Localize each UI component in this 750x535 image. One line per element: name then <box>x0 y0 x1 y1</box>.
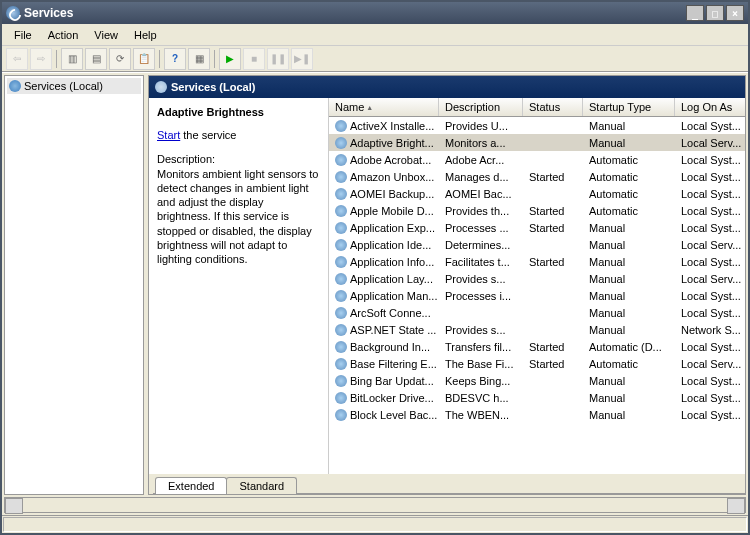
cell-startup: Manual <box>583 119 675 133</box>
service-icon <box>335 273 347 285</box>
cell-startup: Manual <box>583 306 675 320</box>
cell-startup: Manual <box>583 136 675 150</box>
cell-name: ASP.NET State ... <box>329 323 439 337</box>
cell-status <box>523 278 583 280</box>
table-row[interactable]: Background In...Transfers fil...StartedA… <box>329 338 745 355</box>
table-row[interactable]: Adobe Acrobat...Adobe Acr...AutomaticLoc… <box>329 151 745 168</box>
status-bar <box>2 515 748 533</box>
table-row[interactable]: Base Filtering E...The Base Fi...Started… <box>329 355 745 372</box>
cell-logon: Local Syst... <box>675 289 745 303</box>
cell-description: Manages d... <box>439 170 523 184</box>
cell-name: Apple Mobile D... <box>329 204 439 218</box>
cell-description <box>439 312 523 314</box>
service-icon <box>335 375 347 387</box>
menu-action[interactable]: Action <box>40 26 87 44</box>
menu-bar: File Action View Help <box>2 24 748 46</box>
menu-file[interactable]: File <box>6 26 40 44</box>
col-startup-type[interactable]: Startup Type <box>583 98 675 116</box>
table-row[interactable]: Amazon Unbox...Manages d...StartedAutoma… <box>329 168 745 185</box>
table-row[interactable]: Application Info...Facilitates t...Start… <box>329 253 745 270</box>
service-icon <box>335 222 347 234</box>
cell-logon: Local Serv... <box>675 272 745 286</box>
service-icon <box>335 188 347 200</box>
service-icon <box>335 341 347 353</box>
table-row[interactable]: Adaptive Bright...Monitors a...ManualLoc… <box>329 134 745 151</box>
cell-name: Bing Bar Updat... <box>329 374 439 388</box>
selected-service-name: Adaptive Brightness <box>157 106 320 118</box>
cell-startup: Automatic (D... <box>583 340 675 354</box>
tab-extended[interactable]: Extended <box>155 477 227 494</box>
table-row[interactable]: Application Ide...Determines...ManualLoc… <box>329 236 745 253</box>
table-row[interactable]: ActiveX Installe...Provides U...ManualLo… <box>329 117 745 134</box>
table-row[interactable]: Bing Bar Updat...Keeps Bing...ManualLoca… <box>329 372 745 389</box>
cell-logon: Local Syst... <box>675 374 745 388</box>
show-hide-button[interactable]: ▥ <box>61 48 83 70</box>
sort-asc-icon: ▲ <box>366 104 373 111</box>
tree-panel[interactable]: Services (Local) <box>4 75 144 495</box>
service-icon <box>335 307 347 319</box>
separator <box>56 50 57 68</box>
tab-standard[interactable]: Standard <box>226 477 297 494</box>
refresh-button[interactable]: ⟳ <box>109 48 131 70</box>
cell-name: Application Lay... <box>329 272 439 286</box>
back-button[interactable]: ⇦ <box>6 48 28 70</box>
export-button[interactable]: 📋 <box>133 48 155 70</box>
services-list: Name▲ Description Status Startup Type Lo… <box>329 98 745 474</box>
cell-status: Started <box>523 340 583 354</box>
cell-startup: Automatic <box>583 170 675 184</box>
cell-name: Adobe Acrobat... <box>329 153 439 167</box>
menu-help[interactable]: Help <box>126 26 165 44</box>
minimize-button[interactable]: _ <box>686 5 704 21</box>
maximize-button[interactable]: □ <box>706 5 724 21</box>
cell-logon: Local Syst... <box>675 408 745 422</box>
cell-logon: Local Syst... <box>675 170 745 184</box>
table-row[interactable]: Application Lay...Provides s...ManualLoc… <box>329 270 745 287</box>
list-body[interactable]: ActiveX Installe...Provides U...ManualLo… <box>329 117 745 474</box>
tree-root-item[interactable]: Services (Local) <box>7 78 141 94</box>
cell-startup: Manual <box>583 374 675 388</box>
start-service-link[interactable]: Start <box>157 129 180 141</box>
table-row[interactable]: Block Level Bac...The WBEN...ManualLocal… <box>329 406 745 423</box>
tree-root-label: Services (Local) <box>24 80 103 92</box>
service-icon <box>335 205 347 217</box>
cell-name: ArcSoft Conne... <box>329 306 439 320</box>
detail-pane: Adaptive Brightness Start the service De… <box>149 98 329 474</box>
table-row[interactable]: AOMEI Backup...AOMEI Bac...AutomaticLoca… <box>329 185 745 202</box>
cell-name: Amazon Unbox... <box>329 170 439 184</box>
horizontal-scrollbar[interactable] <box>4 497 746 513</box>
table-row[interactable]: ASP.NET State ...Provides s...ManualNetw… <box>329 321 745 338</box>
cell-name: Application Man... <box>329 289 439 303</box>
properties-button[interactable]: ▤ <box>85 48 107 70</box>
cell-description: BDESVC h... <box>439 391 523 405</box>
stop-service-button[interactable]: ■ <box>243 48 265 70</box>
gear-icon <box>9 80 21 92</box>
table-row[interactable]: Application Man...Processes i...ManualLo… <box>329 287 745 304</box>
title-bar[interactable]: Services _ □ × <box>2 2 748 24</box>
close-button[interactable]: × <box>726 5 744 21</box>
help-button[interactable]: ? <box>164 48 186 70</box>
cell-description: Facilitates t... <box>439 255 523 269</box>
col-log-on-as[interactable]: Log On As <box>675 98 745 116</box>
cell-status: Started <box>523 357 583 371</box>
pause-service-button[interactable]: ❚❚ <box>267 48 289 70</box>
table-row[interactable]: Apple Mobile D...Provides th...StartedAu… <box>329 202 745 219</box>
cell-startup: Manual <box>583 221 675 235</box>
col-description[interactable]: Description <box>439 98 523 116</box>
col-name[interactable]: Name▲ <box>329 98 439 116</box>
cell-logon: Local Serv... <box>675 357 745 371</box>
start-service-button[interactable]: ▶ <box>219 48 241 70</box>
list-button[interactable]: ▦ <box>188 48 210 70</box>
forward-button[interactable]: ⇨ <box>30 48 52 70</box>
cell-name: Application Ide... <box>329 238 439 252</box>
table-row[interactable]: ArcSoft Conne...ManualLocal Syst... <box>329 304 745 321</box>
cell-status: Started <box>523 204 583 218</box>
cell-description: Provides s... <box>439 323 523 337</box>
table-row[interactable]: BitLocker Drive...BDESVC h...ManualLocal… <box>329 389 745 406</box>
cell-description: Monitors a... <box>439 136 523 150</box>
col-status[interactable]: Status <box>523 98 583 116</box>
menu-view[interactable]: View <box>86 26 126 44</box>
cell-description: The Base Fi... <box>439 357 523 371</box>
table-row[interactable]: Application Exp...Processes ...StartedMa… <box>329 219 745 236</box>
separator <box>214 50 215 68</box>
restart-service-button[interactable]: ▶❚ <box>291 48 313 70</box>
